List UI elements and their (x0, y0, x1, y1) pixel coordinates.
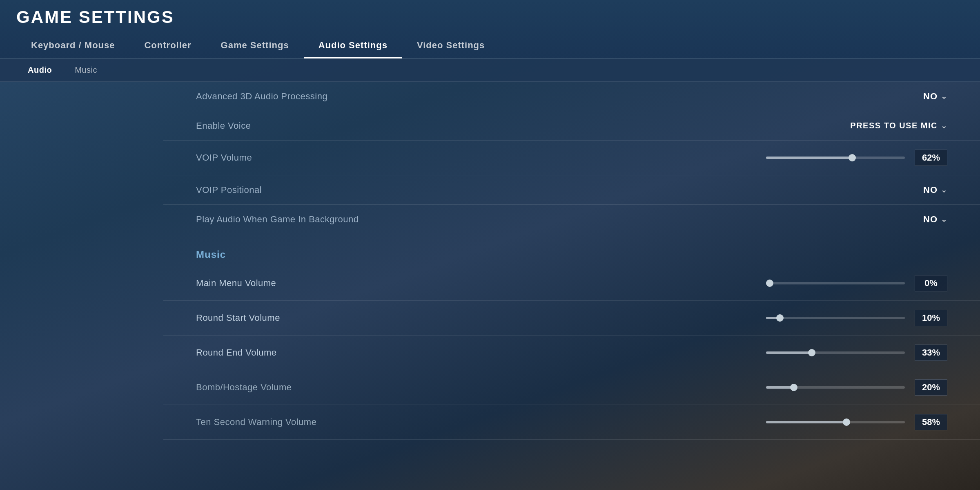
section-header-music: Music (163, 234, 980, 266)
tab-controller[interactable]: Controller (129, 34, 206, 58)
slider-fill-ten-second-warning (766, 421, 846, 423)
label-voip-volume: VOIP Volume (196, 152, 766, 163)
label-main-menu-volume: Main Menu Volume (196, 278, 766, 289)
setting-row-bomb-hostage-volume: Bomb/Hostage Volume 20% (163, 370, 980, 405)
setting-row-enable-voice: Enable Voice PRESS TO USE MIC ⌄ (163, 111, 980, 141)
value-box-round-start-volume: 10% (915, 310, 947, 326)
value-box-bomb-hostage-volume: 20% (915, 379, 947, 396)
left-panel (0, 82, 163, 490)
slider-fill-voip-volume (766, 157, 852, 159)
slider-container-bomb-hostage-volume: 20% (766, 379, 947, 396)
value-text-voip-positional: NO (923, 185, 938, 195)
sub-tabs-bar: Audio Music (0, 59, 980, 82)
value-play-audio-background[interactable]: NO ⌄ (923, 214, 947, 225)
slider-thumb-ten-second-warning (843, 418, 850, 426)
subtab-audio[interactable]: Audio (16, 59, 63, 81)
value-box-main-menu-volume: 0% (915, 275, 947, 291)
slider-thumb-bomb-hostage-volume (790, 384, 797, 391)
slider-container-ten-second-warning: 58% (766, 414, 947, 430)
chevron-icon-advanced-3d-audio: ⌄ (941, 92, 947, 101)
value-box-ten-second-warning: 58% (915, 414, 947, 430)
subtab-music[interactable]: Music (63, 59, 109, 81)
tab-keyboard-mouse[interactable]: Keyboard / Mouse (16, 34, 129, 58)
value-enable-voice[interactable]: PRESS TO USE MIC ⌄ (850, 121, 947, 130)
slider-thumb-round-start-volume (776, 314, 784, 322)
slider-track-ten-second-warning[interactable] (766, 421, 905, 423)
slider-track-voip-volume[interactable] (766, 157, 905, 159)
slider-thumb-round-end-volume (808, 349, 815, 356)
setting-row-ten-second-warning: Ten Second Warning Volume 58% (163, 405, 980, 440)
value-box-voip-volume: 62% (915, 150, 947, 166)
header: GAME SETTINGS Keyboard / Mouse Controlle… (0, 0, 980, 59)
setting-row-play-audio-background: Play Audio When Game In Background NO ⌄ (163, 205, 980, 234)
setting-row-main-menu-volume: Main Menu Volume 0% (163, 266, 980, 301)
setting-row-advanced-3d-audio: Advanced 3D Audio Processing NO ⌄ (163, 82, 980, 111)
value-voip-positional[interactable]: NO ⌄ (923, 185, 947, 195)
setting-row-round-start-volume: Round Start Volume 10% (163, 301, 980, 336)
slider-thumb-voip-volume (849, 154, 856, 161)
slider-fill-round-end-volume (766, 351, 812, 354)
tab-audio-settings[interactable]: Audio Settings (304, 34, 402, 58)
label-advanced-3d-audio: Advanced 3D Audio Processing (196, 91, 923, 102)
slider-track-round-end-volume[interactable] (766, 351, 905, 354)
settings-panel: Advanced 3D Audio Processing NO ⌄ Enable… (163, 82, 980, 490)
slider-track-bomb-hostage-volume[interactable] (766, 386, 905, 389)
chevron-icon-voip-positional: ⌄ (941, 186, 947, 195)
label-round-start-volume: Round Start Volume (196, 313, 766, 323)
slider-thumb-main-menu-volume (766, 280, 773, 287)
setting-row-round-end-volume: Round End Volume 33% (163, 336, 980, 370)
slider-container-round-start-volume: 10% (766, 310, 947, 326)
content-area: Advanced 3D Audio Processing NO ⌄ Enable… (0, 82, 980, 490)
tab-game-settings[interactable]: Game Settings (206, 34, 304, 58)
main-tabs: Keyboard / Mouse Controller Game Setting… (16, 34, 964, 58)
label-voip-positional: VOIP Positional (196, 185, 923, 195)
label-round-end-volume: Round End Volume (196, 347, 766, 358)
label-ten-second-warning: Ten Second Warning Volume (196, 417, 766, 427)
label-play-audio-background: Play Audio When Game In Background (196, 214, 923, 225)
chevron-icon-play-audio-background: ⌄ (941, 215, 947, 224)
slider-container-voip-volume: 62% (766, 150, 947, 166)
page-title: GAME SETTINGS (16, 7, 964, 27)
slider-container-main-menu-volume: 0% (766, 275, 947, 291)
value-text-advanced-3d-audio: NO (923, 91, 938, 102)
label-bomb-hostage-volume: Bomb/Hostage Volume (196, 382, 766, 393)
slider-track-round-start-volume[interactable] (766, 317, 905, 319)
slider-fill-bomb-hostage-volume (766, 386, 794, 389)
value-box-round-end-volume: 33% (915, 345, 947, 361)
value-text-play-audio-background: NO (923, 214, 938, 225)
setting-row-voip-positional: VOIP Positional NO ⌄ (163, 175, 980, 205)
tab-video-settings[interactable]: Video Settings (402, 34, 499, 58)
setting-row-voip-volume: VOIP Volume 62% (163, 141, 980, 175)
slider-track-main-menu-volume[interactable] (766, 282, 905, 284)
value-text-enable-voice: PRESS TO USE MIC (850, 121, 938, 130)
chevron-icon-enable-voice: ⌄ (941, 121, 947, 130)
value-advanced-3d-audio[interactable]: NO ⌄ (923, 91, 947, 102)
label-enable-voice: Enable Voice (196, 121, 850, 131)
slider-container-round-end-volume: 33% (766, 345, 947, 361)
